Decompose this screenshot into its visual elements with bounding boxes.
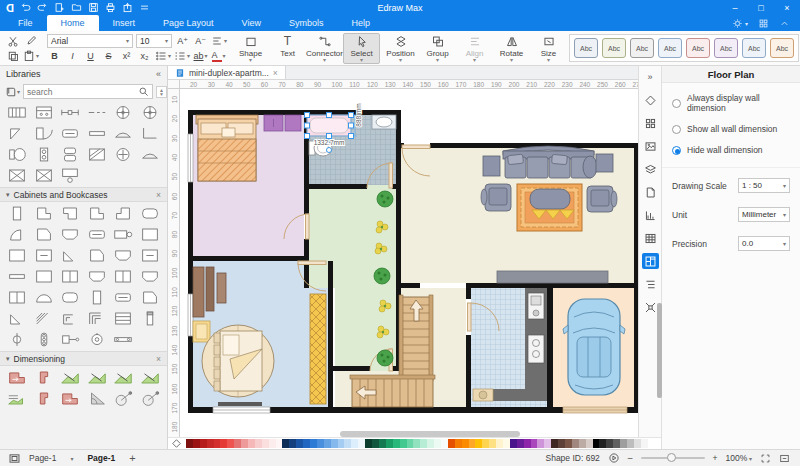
color-swatch[interactable] [324, 439, 331, 448]
precision-select[interactable]: 0.0▾ [738, 236, 790, 251]
library-symbol-rect[interactable] [4, 246, 31, 265]
library-symbol-fan[interactable] [110, 103, 137, 122]
color-swatch[interactable] [358, 439, 365, 448]
color-swatch[interactable] [420, 439, 427, 448]
color-swatch[interactable] [338, 439, 345, 448]
menu-tab-file[interactable]: File [4, 15, 47, 31]
shrink-font-button[interactable]: A⁻ [193, 33, 208, 48]
floor-plan-drawing[interactable]: 888 mm 1332.7mm [180, 89, 638, 437]
library-symbol-trap[interactable] [57, 225, 84, 244]
library-symbol-cab[interactable] [31, 103, 58, 122]
search-icon[interactable] [138, 86, 149, 97]
library-symbol-spindle[interactable] [31, 330, 58, 349]
maximize-button[interactable]: □ [748, 3, 774, 13]
chart-panel-icon[interactable] [642, 207, 659, 223]
apps-grid-icon[interactable] [758, 18, 769, 29]
library-symbol-dr2[interactable] [31, 389, 58, 408]
edraw-logo-icon[interactable]: D [6, 2, 14, 14]
library-symbol-L1[interactable] [84, 204, 111, 223]
color-swatch[interactable] [400, 439, 407, 448]
color-swatch[interactable] [551, 439, 558, 448]
fit-window-panel-icon[interactable] [642, 299, 659, 315]
paste-button[interactable]: ▾ [23, 48, 39, 63]
page-setup-panel-icon[interactable] [642, 184, 659, 200]
group-button[interactable]: Group▾ [419, 34, 456, 63]
library-symbol-dg[interactable] [110, 368, 137, 387]
font-size-combo[interactable]: 10▾ [136, 34, 172, 48]
size-button[interactable]: Size▾ [530, 34, 567, 63]
floor-plan-panel-icon[interactable] [642, 253, 659, 269]
expand-panel-icon[interactable]: » [642, 69, 659, 85]
color-swatch[interactable] [455, 439, 462, 448]
grow-font-button[interactable]: A⁺ [175, 33, 190, 48]
library-symbol-split[interactable] [4, 288, 31, 307]
library-symbol-diag[interactable] [4, 309, 31, 328]
layers-panel-icon[interactable] [642, 161, 659, 177]
library-symbol-slot[interactable] [31, 246, 58, 265]
color-swatch[interactable] [475, 439, 482, 448]
library-symbol-dr1[interactable] [4, 368, 31, 387]
library-symbol-dr2[interactable] [31, 368, 58, 387]
color-swatch[interactable] [613, 439, 620, 448]
menu-tab-symbols[interactable]: Symbols [275, 15, 338, 31]
library-symbol-bar[interactable] [4, 267, 31, 286]
section-close-icon[interactable]: × [156, 354, 161, 364]
position-button[interactable]: Position▾ [382, 34, 419, 63]
section-cabinets-header[interactable]: ▾ Cabinets and Bookcases × [0, 187, 167, 202]
library-symbol-rect[interactable] [31, 267, 58, 286]
collapse-ribbon-icon[interactable] [779, 18, 790, 29]
color-swatch[interactable] [407, 439, 414, 448]
radio-option-1[interactable]: Show all wall dimension [672, 124, 790, 134]
library-symbol-trap[interactable] [110, 246, 137, 265]
library-symbol-penta[interactable] [31, 225, 58, 244]
library-symbol-boxx[interactable] [4, 166, 31, 185]
shape-style-preset[interactable]: Abc [658, 38, 682, 58]
library-symbol-counter[interactable] [137, 145, 164, 164]
color-swatch[interactable] [393, 439, 400, 448]
underline-button[interactable]: U [83, 48, 98, 63]
collapse-libraries-icon[interactable]: « [156, 69, 161, 79]
copy-button[interactable] [5, 48, 20, 63]
radio-dot[interactable] [672, 125, 681, 134]
section-close-icon[interactable]: × [156, 190, 161, 200]
library-symbol-quarter[interactable] [4, 225, 31, 244]
connector-button[interactable]: Connector▾ [306, 34, 343, 63]
table-panel-icon[interactable] [642, 230, 659, 246]
redo-icon[interactable] [37, 2, 48, 13]
color-swatch[interactable] [427, 439, 434, 448]
color-swatch[interactable] [531, 439, 538, 448]
color-swatch[interactable] [262, 439, 269, 448]
color-swatch[interactable] [448, 439, 455, 448]
outline-panel-icon[interactable] [642, 276, 659, 292]
library-symbol-dangle[interactable] [84, 389, 111, 408]
library-symbol-bar[interactable] [84, 124, 111, 143]
shape-style-preset[interactable]: Abc [686, 38, 710, 58]
library-symbol-dcirc[interactable] [110, 389, 137, 408]
shape-style-preset[interactable]: Abc [714, 38, 738, 58]
color-swatch[interactable] [572, 439, 579, 448]
page-menu[interactable]: Page-1▾ [29, 453, 73, 463]
color-swatch[interactable] [462, 439, 469, 448]
color-swatch[interactable] [303, 439, 310, 448]
section-dimensioning-header[interactable]: ▾ Dimensioning × [0, 351, 167, 366]
picture-panel-icon[interactable] [642, 138, 659, 154]
shape-style-preset[interactable]: Abc [770, 38, 794, 58]
color-swatch[interactable] [565, 439, 572, 448]
color-swatch[interactable] [434, 439, 441, 448]
library-symbol-counter[interactable] [110, 124, 137, 143]
library-symbol-dg[interactable] [57, 368, 84, 387]
garage-car[interactable] [563, 299, 625, 395]
panel-scrollbar-thumb[interactable] [657, 303, 662, 398]
color-swatch[interactable] [482, 439, 489, 448]
library-symbol-trap[interactable] [84, 267, 111, 286]
color-swatch[interactable] [469, 439, 476, 448]
save-icon[interactable] [88, 2, 99, 13]
library-symbol-dg[interactable] [84, 368, 111, 387]
color-swatch[interactable] [317, 439, 324, 448]
color-swatch[interactable] [510, 439, 517, 448]
subscript-button[interactable]: x₂ [137, 48, 152, 63]
color-swatch[interactable] [214, 439, 221, 448]
color-swatch[interactable] [255, 439, 262, 448]
library-symbol-fan[interactable] [137, 103, 164, 122]
format-panel-icon[interactable] [642, 92, 659, 108]
